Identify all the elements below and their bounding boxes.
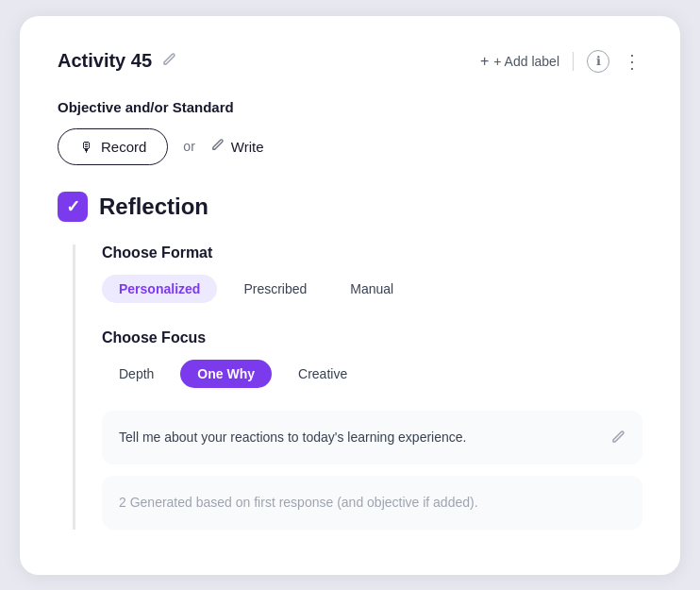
reflection-section: ✓ Reflection Choose Format Personalized … [58,192,642,530]
choose-format-section: Choose Format Personalized Prescribed Ma… [102,244,642,303]
record-label: Record [101,139,146,155]
record-write-row: 🎙 Record or Write [58,128,642,165]
prompt-card-2: 2 Generated based on first response (and… [102,476,642,530]
choose-format-label: Choose Format [102,244,642,261]
header: Activity 45 + + Add label ℹ ⋮ [58,50,642,73]
prompt-card-1: Tell me about your reactions to today's … [102,411,642,464]
focus-one-why[interactable]: One Why [180,360,272,388]
focus-depth[interactable]: Depth [102,360,171,388]
write-button[interactable]: Write [210,138,264,155]
or-text: or [183,139,194,154]
reflection-header: ✓ Reflection [58,192,642,222]
write-pencil-icon [210,138,225,155]
write-label: Write [231,139,264,155]
info-icon[interactable]: ℹ [587,50,609,73]
main-card: Activity 45 + + Add label ℹ ⋮ Objective … [20,16,680,575]
plus-icon: + [480,53,489,70]
header-left: Activity 45 [58,50,176,72]
choose-focus-label: Choose Focus [102,329,642,346]
prompt-edit-icon-1[interactable] [610,430,625,447]
edit-icon[interactable] [161,52,176,71]
focus-options-row: Depth One Why Creative [102,360,642,388]
format-prescribed[interactable]: Prescribed [226,275,324,303]
inner-panel: Choose Format Personalized Prescribed Ma… [73,244,642,530]
vertical-divider [573,52,574,71]
objective-label: Objective and/or Standard [58,99,642,115]
focus-creative[interactable]: Creative [281,360,364,388]
checkmark-icon: ✓ [66,196,80,217]
activity-title: Activity 45 [58,50,152,72]
more-icon[interactable]: ⋮ [623,50,642,73]
record-button[interactable]: 🎙 Record [58,128,168,165]
reflection-checkbox[interactable]: ✓ [58,192,88,222]
objective-section: Objective and/or Standard 🎙 Record or Wr… [58,99,642,165]
format-manual[interactable]: Manual [333,275,410,303]
prompt-text-1: Tell me about your reactions to today's … [119,428,599,447]
format-options-row: Personalized Prescribed Manual [102,275,642,303]
format-personalized[interactable]: Personalized [102,275,217,303]
add-label-button[interactable]: + + Add label [480,53,559,70]
prompt-text-2: 2 Generated based on first response (and… [119,493,625,513]
choose-focus-section: Choose Focus Depth One Why Creative [102,329,642,388]
add-label-text: + Add label [493,54,559,69]
reflection-title: Reflection [99,194,208,220]
header-right: + + Add label ℹ ⋮ [480,50,642,73]
mic-icon: 🎙 [79,139,93,155]
